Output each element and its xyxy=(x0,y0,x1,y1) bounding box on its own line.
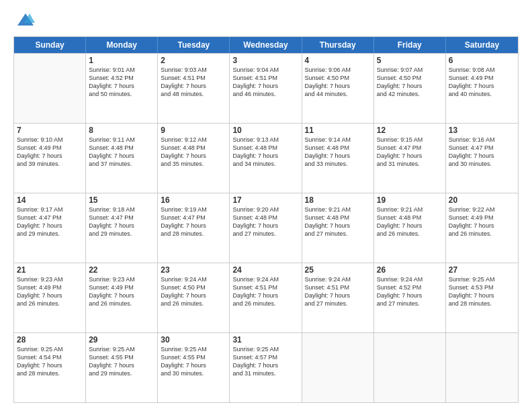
calendar: SundayMondayTuesdayWednesdayThursdayFrid… xyxy=(13,36,519,403)
day-number: 8 xyxy=(89,126,154,135)
calendar-body: 1Sunrise: 9:01 AM Sunset: 4:52 PM Daylig… xyxy=(14,53,518,402)
calendar-row-1: 1Sunrise: 9:01 AM Sunset: 4:52 PM Daylig… xyxy=(14,53,518,123)
page: SundayMondayTuesdayWednesdayThursdayFrid… xyxy=(0,0,532,411)
day-info: Sunrise: 9:25 AM Sunset: 4:55 PM Dayligh… xyxy=(89,345,154,378)
day-info: Sunrise: 9:24 AM Sunset: 4:51 PM Dayligh… xyxy=(305,275,371,308)
day-info: Sunrise: 9:21 AM Sunset: 4:48 PM Dayligh… xyxy=(305,205,371,238)
day-number: 1 xyxy=(89,56,154,65)
day-number: 18 xyxy=(305,195,371,205)
day-number: 20 xyxy=(449,195,515,205)
day-number: 30 xyxy=(161,335,226,345)
calendar-cell: 8Sunrise: 9:11 AM Sunset: 4:48 PM Daylig… xyxy=(86,124,158,193)
header-day-thursday: Thursday xyxy=(302,37,374,53)
header-day-wednesday: Wednesday xyxy=(230,37,302,53)
day-number: 6 xyxy=(449,56,515,65)
calendar-cell: 5Sunrise: 9:07 AM Sunset: 4:50 PM Daylig… xyxy=(374,54,446,123)
day-info: Sunrise: 9:12 AM Sunset: 4:48 PM Dayligh… xyxy=(161,136,226,169)
day-number: 7 xyxy=(17,126,83,135)
header-day-tuesday: Tuesday xyxy=(158,37,230,53)
day-number: 16 xyxy=(161,195,226,205)
day-info: Sunrise: 9:25 AM Sunset: 4:54 PM Dayligh… xyxy=(17,345,83,378)
calendar-cell: 9Sunrise: 9:12 AM Sunset: 4:48 PM Daylig… xyxy=(158,124,230,193)
day-number: 27 xyxy=(449,265,515,275)
calendar-cell: 11Sunrise: 9:14 AM Sunset: 4:48 PM Dayli… xyxy=(302,124,374,193)
calendar-cell: 22Sunrise: 9:23 AM Sunset: 4:49 PM Dayli… xyxy=(86,263,158,332)
day-info: Sunrise: 9:19 AM Sunset: 4:47 PM Dayligh… xyxy=(161,205,226,238)
day-info: Sunrise: 9:14 AM Sunset: 4:48 PM Dayligh… xyxy=(305,136,371,169)
calendar-cell: 21Sunrise: 9:23 AM Sunset: 4:49 PM Dayli… xyxy=(14,263,86,332)
calendar-cell: 6Sunrise: 9:08 AM Sunset: 4:49 PM Daylig… xyxy=(446,54,518,123)
calendar-cell: 2Sunrise: 9:03 AM Sunset: 4:51 PM Daylig… xyxy=(158,54,230,123)
calendar-cell: 29Sunrise: 9:25 AM Sunset: 4:55 PM Dayli… xyxy=(86,333,158,402)
day-info: Sunrise: 9:13 AM Sunset: 4:48 PM Dayligh… xyxy=(232,136,298,169)
calendar-row-2: 7Sunrise: 9:10 AM Sunset: 4:49 PM Daylig… xyxy=(14,123,518,193)
calendar-cell: 15Sunrise: 9:18 AM Sunset: 4:47 PM Dayli… xyxy=(86,193,158,263)
day-number: 29 xyxy=(89,335,154,345)
header-day-sunday: Sunday xyxy=(14,37,86,53)
day-number: 23 xyxy=(161,265,226,275)
day-info: Sunrise: 9:24 AM Sunset: 4:52 PM Dayligh… xyxy=(377,275,443,308)
calendar-cell: 10Sunrise: 9:13 AM Sunset: 4:48 PM Dayli… xyxy=(230,124,302,193)
logo xyxy=(13,11,35,30)
calendar-cell: 31Sunrise: 9:25 AM Sunset: 4:57 PM Dayli… xyxy=(230,333,302,402)
calendar-cell: 25Sunrise: 9:24 AM Sunset: 4:51 PM Dayli… xyxy=(302,263,374,332)
calendar-header: SundayMondayTuesdayWednesdayThursdayFrid… xyxy=(14,37,518,53)
calendar-cell: 26Sunrise: 9:24 AM Sunset: 4:52 PM Dayli… xyxy=(374,263,446,332)
day-number: 13 xyxy=(449,126,515,135)
calendar-cell xyxy=(446,333,518,402)
day-info: Sunrise: 9:10 AM Sunset: 4:49 PM Dayligh… xyxy=(17,136,83,169)
day-number: 2 xyxy=(161,56,226,65)
day-info: Sunrise: 9:23 AM Sunset: 4:49 PM Dayligh… xyxy=(17,275,83,308)
day-number: 4 xyxy=(305,56,371,65)
day-number: 3 xyxy=(232,56,298,65)
calendar-cell xyxy=(302,333,374,402)
calendar-cell: 12Sunrise: 9:15 AM Sunset: 4:47 PM Dayli… xyxy=(374,124,446,193)
calendar-cell: 27Sunrise: 9:25 AM Sunset: 4:53 PM Dayli… xyxy=(446,263,518,332)
header-day-monday: Monday xyxy=(86,37,158,53)
calendar-cell: 18Sunrise: 9:21 AM Sunset: 4:48 PM Dayli… xyxy=(302,193,374,263)
day-number: 9 xyxy=(161,126,226,135)
day-info: Sunrise: 9:25 AM Sunset: 4:57 PM Dayligh… xyxy=(232,345,298,378)
day-info: Sunrise: 9:24 AM Sunset: 4:51 PM Dayligh… xyxy=(232,275,298,308)
calendar-cell: 30Sunrise: 9:25 AM Sunset: 4:55 PM Dayli… xyxy=(158,333,230,402)
day-info: Sunrise: 9:11 AM Sunset: 4:48 PM Dayligh… xyxy=(89,136,154,169)
calendar-cell: 3Sunrise: 9:04 AM Sunset: 4:51 PM Daylig… xyxy=(230,54,302,123)
day-number: 17 xyxy=(232,195,298,205)
day-info: Sunrise: 9:23 AM Sunset: 4:49 PM Dayligh… xyxy=(89,275,154,308)
day-info: Sunrise: 9:21 AM Sunset: 4:48 PM Dayligh… xyxy=(377,205,443,238)
day-info: Sunrise: 9:18 AM Sunset: 4:47 PM Dayligh… xyxy=(89,205,154,238)
calendar-cell: 7Sunrise: 9:10 AM Sunset: 4:49 PM Daylig… xyxy=(14,124,86,193)
day-info: Sunrise: 9:16 AM Sunset: 4:47 PM Dayligh… xyxy=(449,136,515,169)
day-number: 11 xyxy=(305,126,371,135)
day-number: 28 xyxy=(17,335,83,345)
day-number: 14 xyxy=(17,195,83,205)
calendar-cell: 24Sunrise: 9:24 AM Sunset: 4:51 PM Dayli… xyxy=(230,263,302,332)
calendar-row-5: 28Sunrise: 9:25 AM Sunset: 4:54 PM Dayli… xyxy=(14,332,518,402)
calendar-cell xyxy=(374,333,446,402)
day-number: 5 xyxy=(377,56,443,65)
day-number: 22 xyxy=(89,265,154,275)
day-info: Sunrise: 9:17 AM Sunset: 4:47 PM Dayligh… xyxy=(17,205,83,238)
calendar-cell: 1Sunrise: 9:01 AM Sunset: 4:52 PM Daylig… xyxy=(86,54,158,123)
day-info: Sunrise: 9:07 AM Sunset: 4:50 PM Dayligh… xyxy=(377,66,443,99)
header-day-friday: Friday xyxy=(374,37,446,53)
day-number: 31 xyxy=(232,335,298,345)
day-number: 25 xyxy=(305,265,371,275)
day-number: 19 xyxy=(377,195,443,205)
day-number: 21 xyxy=(17,265,83,275)
day-number: 26 xyxy=(377,265,443,275)
calendar-cell: 14Sunrise: 9:17 AM Sunset: 4:47 PM Dayli… xyxy=(14,193,86,263)
day-info: Sunrise: 9:20 AM Sunset: 4:48 PM Dayligh… xyxy=(232,205,298,238)
day-info: Sunrise: 9:25 AM Sunset: 4:55 PM Dayligh… xyxy=(161,345,226,378)
calendar-cell: 17Sunrise: 9:20 AM Sunset: 4:48 PM Dayli… xyxy=(230,193,302,263)
day-number: 15 xyxy=(89,195,154,205)
day-info: Sunrise: 9:04 AM Sunset: 4:51 PM Dayligh… xyxy=(232,66,298,99)
calendar-row-4: 21Sunrise: 9:23 AM Sunset: 4:49 PM Dayli… xyxy=(14,263,518,332)
day-number: 12 xyxy=(377,126,443,135)
calendar-cell: 4Sunrise: 9:06 AM Sunset: 4:50 PM Daylig… xyxy=(302,54,374,123)
day-info: Sunrise: 9:01 AM Sunset: 4:52 PM Dayligh… xyxy=(89,66,154,99)
calendar-cell: 16Sunrise: 9:19 AM Sunset: 4:47 PM Dayli… xyxy=(158,193,230,263)
header xyxy=(13,11,519,30)
day-info: Sunrise: 9:06 AM Sunset: 4:50 PM Dayligh… xyxy=(305,66,371,99)
calendar-cell: 20Sunrise: 9:22 AM Sunset: 4:49 PM Dayli… xyxy=(446,193,518,263)
